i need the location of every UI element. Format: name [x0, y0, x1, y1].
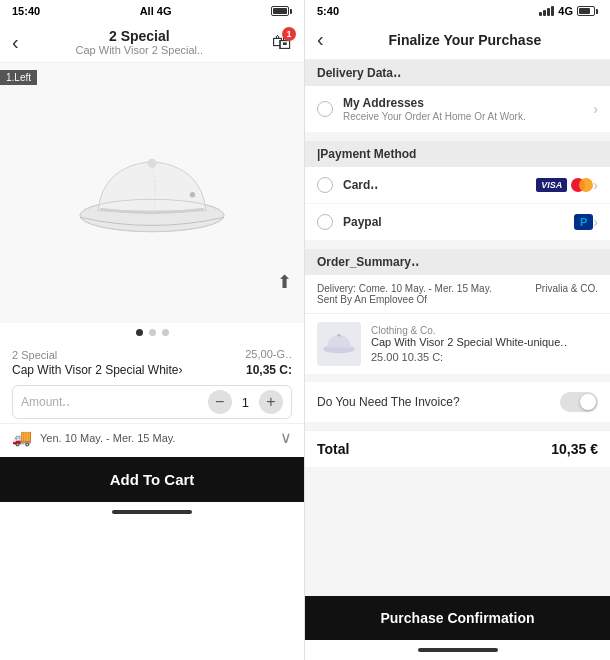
dot-2 — [149, 329, 156, 336]
network-left: All 4G — [140, 5, 172, 17]
card-payment-icons: VISA — [536, 178, 593, 192]
cart-icon-wrapper[interactable]: 🛍 1 — [272, 31, 292, 54]
image-dots — [0, 323, 304, 342]
left-header: ‹ 2 Special Cap With Visor 2 Special.. 🛍… — [0, 22, 304, 63]
back-button-left[interactable]: ‹ — [12, 31, 19, 54]
amount-row: Amount‥ − 1 + — [12, 385, 292, 419]
card-arrow: › — [593, 177, 598, 193]
svg-point-2 — [148, 159, 157, 168]
product-image-area: ⬆ — [0, 63, 304, 323]
right-content: Delivery Data‥ My Addresses Receive Your… — [305, 60, 610, 596]
paypal-arrow: › — [593, 214, 598, 230]
my-addresses-arrow: › — [593, 101, 598, 117]
order-item-original-price: 25.00 — [371, 351, 399, 363]
dot-1 — [136, 329, 143, 336]
paypal-text: Paypal — [343, 215, 574, 229]
right-panel: 5:40 4G ‹ Finalize Your Purchase Deliver… — [305, 0, 610, 660]
right-header-title: Finalize Your Purchase — [332, 32, 598, 48]
svg-point-3 — [190, 192, 195, 197]
card-text: Card‥ — [343, 178, 536, 192]
product-sale-price: 10,35 C: — [246, 363, 292, 377]
cart-badge: 1 — [282, 27, 296, 41]
my-addresses-radio[interactable] — [317, 101, 333, 117]
delivery-dates: Yen. 10 May. - Mer. 15 May. — [40, 432, 176, 444]
qty-increase-button[interactable]: + — [259, 390, 283, 414]
card-option[interactable]: Card‥ VISA › — [305, 167, 610, 204]
dot-3 — [162, 329, 169, 336]
order-item-row: Clothing & Co. Cap With Visor 2 Special … — [305, 314, 610, 374]
order-item-brand: Clothing & Co. — [371, 325, 598, 336]
product-brand: 2 Special — [12, 349, 57, 361]
delivery-section-header: Delivery Data‥ — [305, 60, 610, 86]
invoice-toggle[interactable] — [560, 392, 598, 412]
svg-point-5 — [338, 334, 341, 337]
time-left: 15:40 — [12, 5, 40, 17]
card-radio[interactable] — [317, 177, 333, 193]
total-label: Total — [317, 441, 349, 457]
invoice-row: Do You Need The Invoice? — [305, 382, 610, 422]
delivery-section-body: My Addresses Receive Your Order At Home … — [305, 86, 610, 133]
order-summary-section-body: Delivery: Come. 10 May. - Mer. 15 May. S… — [305, 275, 610, 374]
mastercard-icon — [571, 178, 593, 192]
home-indicator-left — [112, 510, 192, 514]
network-right: 4G — [558, 5, 573, 17]
order-item-image — [317, 322, 361, 366]
status-bar-right: 5:40 4G — [305, 0, 610, 22]
payment-section-body: Card‥ VISA › Paypal P › — [305, 167, 610, 241]
order-item-sale-price: 10.35 C: — [402, 351, 444, 363]
paypal-icon: P — [574, 214, 593, 230]
product-original-price: 25,00-G‥ — [245, 348, 292, 361]
left-header-title: 2 Special — [109, 28, 170, 44]
battery-right — [577, 6, 598, 16]
purchase-confirmation-button[interactable]: Purchase Confirmation — [305, 596, 610, 640]
add-to-cart-button[interactable]: Add To Cart — [0, 457, 304, 502]
qty-decrease-button[interactable]: − — [208, 390, 232, 414]
status-bar-left: 15:40 All 4G — [0, 0, 304, 22]
order-summary-section-header: Order_Summary‥ — [305, 249, 610, 275]
order-item-name: Cap With Visor 2 Special White-unique‥ — [371, 336, 598, 349]
left-panel: 15:40 All 4G ‹ 2 Special Cap With Visor … — [0, 0, 305, 660]
time-right: 5:40 — [317, 5, 339, 17]
my-addresses-text: My Addresses Receive Your Order At Home … — [343, 96, 593, 122]
paypal-option[interactable]: Paypal P › — [305, 204, 610, 241]
bottom-bar-left — [0, 502, 304, 522]
right-header: ‹ Finalize Your Purchase — [305, 22, 610, 60]
signal-bars-right — [539, 6, 554, 16]
share-button[interactable]: ⬆ — [277, 271, 292, 293]
left-header-subtitle: Cap With Visor 2 Special.. — [76, 44, 204, 56]
toggle-knob — [580, 394, 596, 410]
mini-hat-svg — [321, 330, 357, 358]
order-item-info: Clothing & Co. Cap With Visor 2 Special … — [371, 325, 598, 363]
product-name: Cap With Visor 2 Special White› — [12, 363, 183, 377]
order-delivery-company: Privalia & CO. — [535, 283, 598, 305]
order-delivery-info: Delivery: Come. 10 May. - Mer. 15 May. S… — [305, 275, 610, 314]
payment-section-header: |Payment Method — [305, 141, 610, 167]
my-addresses-title: My Addresses — [343, 96, 593, 110]
my-addresses-sub: Receive Your Order At Home Or At Work. — [343, 111, 593, 122]
battery-left — [271, 6, 292, 16]
bottom-bar-right — [305, 640, 610, 660]
delivery-icon: 🚚 — [12, 428, 32, 447]
order-item-prices: 25.00 10.35 C: — [371, 351, 598, 363]
home-indicator-right — [418, 648, 498, 652]
paypal-radio[interactable] — [317, 214, 333, 230]
total-row: Total 10,35 € — [305, 430, 610, 467]
order-delivery-dates: Delivery: Come. 10 May. - Mer. 15 May. S… — [317, 283, 492, 305]
back-button-right[interactable]: ‹ — [317, 28, 324, 51]
product-info: 2 Special 25,00-G‥ Cap With Visor 2 Spec… — [0, 342, 304, 381]
qty-number: 1 — [242, 395, 249, 410]
total-amount: 10,35 € — [551, 441, 598, 457]
amount-label: Amount‥ — [21, 395, 208, 409]
paypal-label: Paypal — [343, 215, 574, 229]
expand-delivery-button[interactable]: ∨ — [280, 428, 292, 447]
card-label: Card‥ — [343, 178, 536, 192]
my-addresses-option[interactable]: My Addresses Receive Your Order At Home … — [305, 86, 610, 133]
invoice-label: Do You Need The Invoice? — [317, 395, 560, 409]
visa-icon: VISA — [536, 178, 567, 192]
product-hat-image — [62, 128, 242, 258]
tag-1left: 1.Left — [0, 70, 37, 85]
delivery-row-left: 🚚 Yen. 10 May. - Mer. 15 May. ∨ — [0, 423, 304, 451]
